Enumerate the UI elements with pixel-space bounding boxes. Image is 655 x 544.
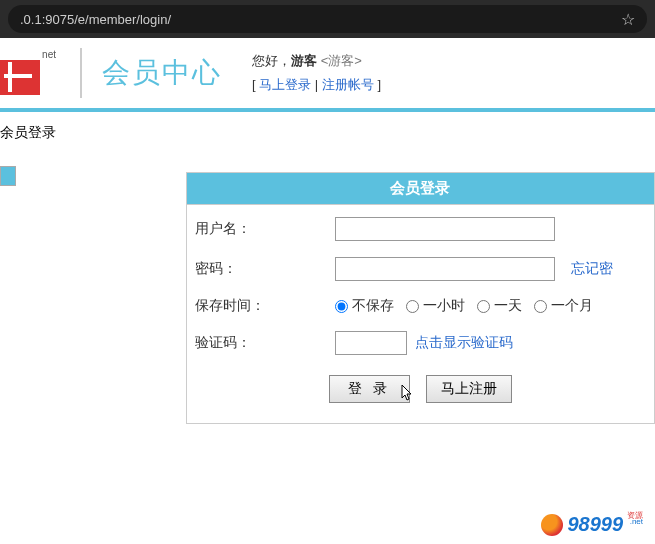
logo-icon xyxy=(0,60,40,95)
swirl-icon xyxy=(541,514,563,536)
user-info-block: 您好，游客 <游客> [ 马上登录 | 注册帐号 ] xyxy=(252,52,381,94)
radio-hour-label[interactable]: 一小时 xyxy=(406,297,465,315)
radio-hour[interactable] xyxy=(406,300,419,313)
forgot-password-link[interactable]: 忘记密 xyxy=(571,260,613,278)
greet-role: <游客> xyxy=(321,53,362,68)
header-divider xyxy=(80,48,82,98)
user-greeting: 您好，游客 <游客> xyxy=(252,52,381,70)
savetime-label: 保存时间： xyxy=(195,297,335,315)
register-button[interactable]: 马上注册 xyxy=(426,375,512,403)
user-links: [ 马上登录 | 注册帐号 ] xyxy=(252,76,381,94)
captcha-input[interactable] xyxy=(335,331,407,355)
side-tab xyxy=(0,166,16,424)
panel-title: 会员登录 xyxy=(186,172,655,205)
savetime-radios: 不保存 一小时 一天 一个月 xyxy=(335,297,646,315)
site-logo[interactable]: net xyxy=(0,49,60,98)
row-savetime: 保存时间： 不保存 一小时 一天 一个月 xyxy=(195,289,646,323)
breadcrumb: 余员登录 xyxy=(0,112,655,152)
logo-top-text: net xyxy=(0,49,60,60)
login-panel: 会员登录 用户名： 密码： 忘记密 保存时间： 不保存 一小时 xyxy=(186,172,655,424)
greet-prefix: 您好， xyxy=(252,53,291,68)
radio-day[interactable] xyxy=(477,300,490,313)
header-register-link[interactable]: 注册帐号 xyxy=(322,77,374,92)
header-login-link[interactable]: 马上登录 xyxy=(259,77,311,92)
row-captcha: 验证码： 点击显示验证码 xyxy=(195,323,646,363)
page-header: net 会员中心 您好，游客 <游客> [ 马上登录 | 注册帐号 ] xyxy=(0,38,655,112)
footer-brand[interactable]: 98999 资源 .net xyxy=(541,513,643,536)
footer-brand-text: 98999 xyxy=(567,513,623,535)
show-captcha-link[interactable]: 点击显示验证码 xyxy=(415,334,513,352)
captcha-label: 验证码： xyxy=(195,334,335,352)
url-text: .0.1:9075/e/member/login/ xyxy=(20,12,171,27)
bookmark-star-icon[interactable]: ☆ xyxy=(621,10,635,29)
radio-nosave[interactable] xyxy=(335,300,348,313)
radio-month-label[interactable]: 一个月 xyxy=(534,297,593,315)
username-input[interactable] xyxy=(335,217,555,241)
browser-chrome: .0.1:9075/e/member/login/ ☆ xyxy=(0,0,655,38)
login-button[interactable]: 登 录 xyxy=(329,375,411,403)
greet-user: 游客 xyxy=(291,53,317,68)
radio-nosave-label[interactable]: 不保存 xyxy=(335,297,394,315)
radio-day-label[interactable]: 一天 xyxy=(477,297,522,315)
footer-brand-suffix: 资源 .net xyxy=(627,513,643,525)
password-input[interactable] xyxy=(335,257,555,281)
member-center-title: 会员中心 xyxy=(102,54,222,92)
username-label: 用户名： xyxy=(195,220,335,238)
radio-month[interactable] xyxy=(534,300,547,313)
side-tab-block[interactable] xyxy=(0,166,16,186)
content-wrap: 会员登录 用户名： 密码： 忘记密 保存时间： 不保存 一小时 xyxy=(0,152,655,424)
button-row: 登 录 马上注册 xyxy=(195,363,646,403)
panel-body: 用户名： 密码： 忘记密 保存时间： 不保存 一小时 一天 一个月 xyxy=(186,205,655,424)
row-password: 密码： 忘记密 xyxy=(195,249,646,289)
row-username: 用户名： xyxy=(195,209,646,249)
password-label: 密码： xyxy=(195,260,335,278)
url-bar[interactable]: .0.1:9075/e/member/login/ ☆ xyxy=(8,5,647,33)
